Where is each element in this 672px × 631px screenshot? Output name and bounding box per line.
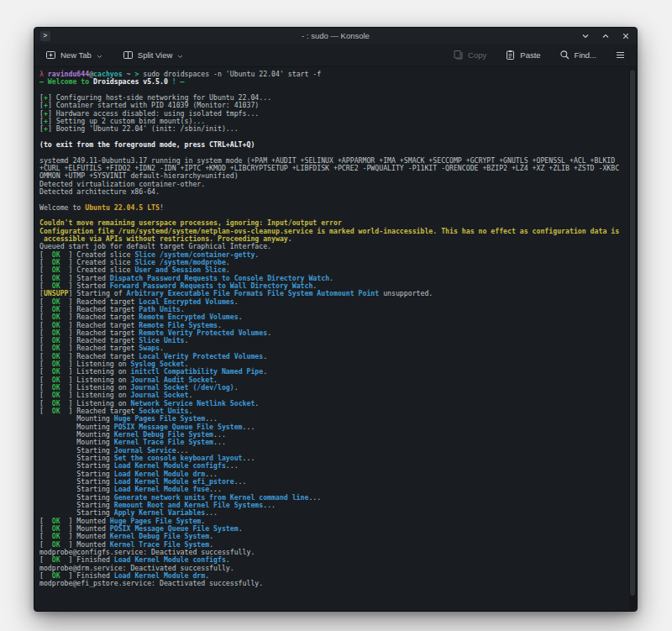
terminal-line: — Welcome to Droidspaces v5.5.0 ! — [39, 78, 625, 86]
terminal-area[interactable]: λ ravindu644@cachyos ~ > sudo droidspace… [34, 67, 637, 611]
find-label: Find... [575, 50, 596, 60]
window-controls [580, 30, 631, 41]
toolbar-right-group: Copy Paste Find... [449, 47, 629, 63]
minimize-button[interactable] [580, 30, 591, 41]
maximize-button[interactable] [600, 30, 611, 41]
konsole-window: > - : sudo — Konsole New Tab [34, 27, 638, 612]
scrollbar-track[interactable] [629, 68, 636, 610]
close-icon [622, 32, 630, 40]
scrollbar-thumb[interactable] [630, 70, 635, 596]
new-tab-label: New Tab [60, 50, 92, 60]
paste-icon [505, 50, 516, 60]
chevron-down-icon [581, 32, 590, 40]
copy-label: Copy [468, 50, 486, 60]
window-title: - : sudo — Konsole [34, 31, 637, 40]
konsole-app-icon[interactable]: > [40, 31, 50, 41]
copy-button[interactable]: Copy [449, 47, 490, 63]
chevron-down-icon [97, 55, 102, 59]
hamburger-menu-button[interactable] [612, 47, 629, 63]
terminal-output: λ ravindu644@cachyos ~ > sudo droidspace… [39, 71, 625, 588]
chevron-up-icon [601, 32, 610, 40]
new-tab-icon [45, 50, 56, 60]
toolbar: New Tab Split View Copy [34, 44, 637, 67]
toolbar-left-group: New Tab Split View [42, 47, 186, 63]
hamburger-icon [615, 50, 626, 60]
terminal-line: modprobe@efi_pstore.service: Deactivated… [39, 580, 625, 587]
paste-button[interactable]: Paste [501, 47, 543, 63]
copy-icon [453, 50, 464, 60]
search-icon [559, 50, 570, 60]
titlebar[interactable]: > - : sudo — Konsole [34, 28, 637, 44]
find-button[interactable]: Find... [556, 47, 600, 63]
split-view-icon [123, 50, 134, 60]
terminal-line: [+] Booting 'Ubuntu 22.04' (init: /sbin/… [39, 125, 625, 133]
terminal-line: (to exit from the foreground mode, press… [39, 141, 625, 149]
split-view-label: Split View [138, 50, 173, 60]
new-tab-button[interactable]: New Tab [42, 47, 106, 63]
close-button[interactable] [620, 30, 631, 41]
split-view-button[interactable]: Split View [119, 47, 187, 63]
terminal-line: Detected architecture x86-64. [39, 188, 625, 196]
terminal-line: Welcome to Ubuntu 22.04.5 LTS! [39, 204, 625, 212]
paste-label: Paste [520, 50, 540, 60]
chevron-down-icon [177, 55, 183, 59]
